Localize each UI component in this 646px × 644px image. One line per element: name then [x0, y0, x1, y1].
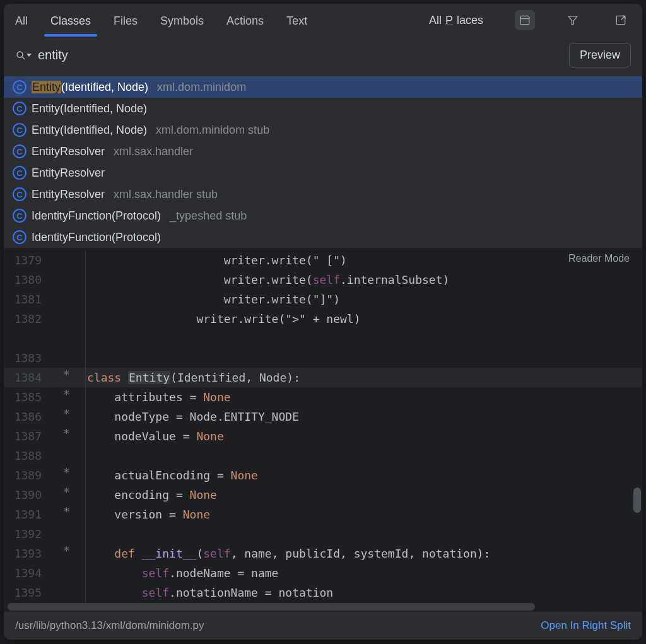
search-everywhere-dialog: All Classes Files Symbols Actions Text A…: [4, 4, 642, 640]
line-number: 1393: [4, 547, 48, 560]
preview-toggle-icon[interactable]: [515, 10, 535, 30]
code-line: 1395 self.notationName = notation: [4, 583, 642, 602]
line-number: 1387: [4, 430, 48, 443]
result-label: EntityResolver: [32, 188, 105, 201]
open-in-tool-window-icon[interactable]: [611, 10, 631, 30]
code-line: 1394 self.nodeName = name: [4, 563, 642, 583]
svg-rect-0: [520, 16, 529, 25]
code-line: [4, 329, 642, 348]
code-text: self.nodeName = name: [86, 566, 278, 580]
tab-files[interactable]: Files: [114, 6, 138, 35]
class-icon: C: [13, 80, 26, 94]
scope-selector[interactable]: All Places: [429, 14, 487, 27]
result-item[interactable]: CEntity(Identified, Node)xml.dom.minidom: [4, 76, 642, 98]
result-location: xml.sax.handler: [114, 145, 193, 158]
class-icon: C: [13, 166, 26, 180]
file-path: /usr/lib/python3.13/xml/dom/minidom.py: [15, 619, 204, 632]
line-number: 1394: [4, 566, 48, 580]
preview-button[interactable]: Preview: [569, 43, 631, 67]
line-number: 1384: [4, 371, 48, 384]
scrollbar-vertical[interactable]: [633, 488, 641, 513]
result-item[interactable]: CEntityResolver: [4, 162, 642, 184]
result-label: EntityResolver: [32, 145, 105, 158]
line-number: 1388: [4, 449, 48, 462]
class-icon: C: [13, 144, 26, 158]
line-number: 1389: [4, 469, 48, 482]
result-item[interactable]: CIdentityFunction(Protocol)_typeshed stu…: [4, 205, 642, 226]
gutter-mark: *: [48, 368, 86, 387]
svg-marker-2: [568, 16, 577, 25]
gutter-mark: [48, 348, 86, 368]
line-number: 1385: [4, 390, 48, 404]
gutter-mark: [48, 250, 86, 270]
tab-actions[interactable]: Actions: [226, 6, 264, 35]
code-line: 1386* nodeType = Node.ENTITY_NODE: [4, 407, 642, 426]
chevron-down-icon: [26, 54, 32, 57]
code-line: 1390* encoding = None: [4, 485, 642, 505]
scope-label-underlined: P: [445, 14, 453, 27]
line-number: 1392: [4, 527, 48, 541]
code-line: 1388: [4, 446, 642, 465]
results-list: CEntity(Identified, Node)xml.dom.minidom…: [4, 76, 642, 248]
result-item[interactable]: CEntityResolverxml.sax.handler stub: [4, 184, 642, 205]
line-number: 1379: [4, 254, 48, 267]
code-text: actualEncoding = None: [86, 469, 258, 482]
gutter-mark: *: [48, 544, 86, 563]
search-input[interactable]: [38, 48, 563, 62]
code-line: 1382 writer.write(">" + newl): [4, 309, 642, 329]
status-bar: /usr/lib/python3.13/xml/dom/minidom.py O…: [4, 612, 642, 640]
code-text: def __init__(self, name, publicId, syste…: [86, 547, 490, 560]
tab-all[interactable]: All: [15, 6, 28, 35]
gutter-mark: [48, 329, 86, 348]
result-location: xml.dom.minidom: [157, 81, 246, 94]
result-label: Entity(Identified, Node): [32, 81, 148, 94]
code-text: class Entity(Identified, Node):: [86, 371, 300, 384]
result-item[interactable]: CEntityResolverxml.sax.handler: [4, 141, 642, 162]
code-line: 1381 writer.write("]"): [4, 290, 642, 309]
result-label: IdentityFunction(Protocol): [32, 209, 161, 223]
code-line: 1387* nodeValue = None: [4, 426, 642, 446]
result-item[interactable]: CEntity(Identified, Node): [4, 98, 642, 119]
search-tabs: All Classes Files Symbols Actions Text A…: [4, 4, 642, 37]
code-line: 1385* attributes = None: [4, 387, 642, 407]
gutter-mark: [48, 524, 86, 544]
scrollbar-horizontal[interactable]: [8, 603, 535, 611]
result-item[interactable]: CEntity(Identified, Node)xml.dom.minidom…: [4, 119, 642, 141]
scope-label-suffix: laces: [457, 14, 483, 27]
code-text: writer.write(">" + newl): [86, 312, 361, 325]
gutter-mark: *: [48, 407, 86, 426]
code-line: 1393* def __init__(self, name, publicId,…: [4, 544, 642, 563]
code-line: 1392: [4, 524, 642, 544]
tab-text[interactable]: Text: [286, 6, 307, 35]
open-in-right-split-link[interactable]: Open In Right Split: [541, 619, 631, 632]
code-line: 1383: [4, 348, 642, 368]
gutter-mark: *: [48, 426, 86, 446]
result-label: Entity(Identified, Node): [32, 124, 147, 137]
preview-editor[interactable]: Reader Mode 1379 writer.write(" [")1380 …: [4, 248, 642, 612]
tab-classes[interactable]: Classes: [50, 6, 91, 35]
gutter-mark: [48, 270, 86, 290]
code-line: 1380 writer.write(self.internalSubset): [4, 270, 642, 290]
code-text: writer.write("]"): [86, 293, 340, 306]
gutter-mark: [48, 446, 86, 465]
class-icon: C: [13, 102, 26, 115]
gutter-mark: *: [48, 465, 86, 485]
gutter-mark: *: [48, 485, 86, 505]
reader-mode-label[interactable]: Reader Mode: [565, 252, 633, 266]
code-line: 1391* version = None: [4, 505, 642, 524]
code-text: attributes = None: [86, 390, 231, 404]
code-line: 1379 writer.write(" ["): [4, 250, 642, 270]
code-line: 1384*class Entity(Identified, Node):: [4, 368, 642, 387]
search-icon[interactable]: [15, 50, 32, 61]
result-label: IdentityFunction(Protocol): [32, 231, 161, 244]
tab-symbols[interactable]: Symbols: [160, 6, 204, 35]
line-number: 1391: [4, 508, 48, 521]
result-item[interactable]: CIdentityFunction(Protocol): [4, 226, 642, 248]
code-text: writer.write(" ["): [86, 254, 347, 267]
filter-icon[interactable]: [563, 10, 583, 30]
class-icon: C: [13, 209, 26, 223]
result-location: _typeshed stub: [170, 209, 247, 223]
line-number: 1386: [4, 410, 48, 423]
gutter-mark: *: [48, 505, 86, 524]
class-icon: C: [13, 123, 26, 137]
